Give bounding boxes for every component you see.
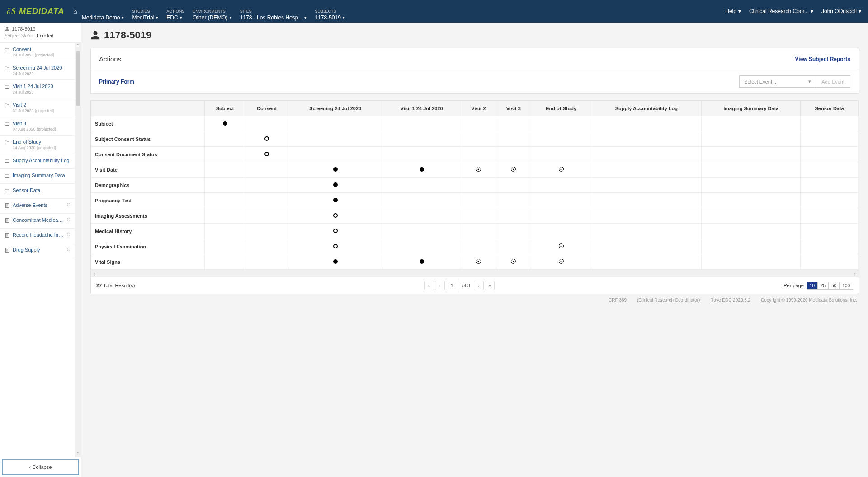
sidebar-item[interactable]: Consent24 Jul 2020 (projected)	[0, 43, 75, 61]
nav-actions-dropdown[interactable]: EDC▾	[166, 14, 184, 21]
grid-row-label[interactable]: Vital Signs	[91, 254, 205, 270]
sidebar-item[interactable]: Visit 1 24 Jul 202024 Jul 2020	[0, 80, 75, 98]
scrollbar-thumb[interactable]	[76, 51, 80, 106]
grid-column-header[interactable]: Subject	[205, 101, 245, 116]
grid-row-label[interactable]: Subject	[91, 116, 205, 131]
grid-cell[interactable]	[288, 254, 382, 270]
grid-cell[interactable]	[461, 162, 496, 178]
per-page-option[interactable]: 100	[839, 282, 853, 289]
grid-cell[interactable]	[496, 254, 531, 270]
user-dropdown[interactable]: John ODriscoll▾	[821, 8, 861, 14]
status-empty-icon[interactable]	[333, 244, 338, 248]
grid-cell[interactable]	[245, 147, 288, 162]
primary-form-link[interactable]: Primary Form	[99, 79, 134, 85]
page-first-button[interactable]: «	[424, 281, 434, 290]
grid-cell[interactable]	[288, 178, 382, 193]
grid-cell[interactable]	[288, 208, 382, 224]
grid-column-header[interactable]: Visit 1 24 Jul 2020	[382, 101, 461, 116]
grid-cell[interactable]	[288, 239, 382, 254]
sidebar-item[interactable]: Visit 307 Aug 2020 (projected)	[0, 117, 75, 136]
grid-row-label[interactable]: Pregnancy Test	[91, 193, 205, 208]
grid-row-label[interactable]: Subject Consent Status	[91, 131, 205, 147]
grid-cell[interactable]	[531, 162, 591, 178]
status-target-icon[interactable]	[559, 243, 564, 248]
sidebar-item[interactable]: Visit 231 Jul 2020 (projected)	[0, 98, 75, 117]
sidebar-item[interactable]: Concomitant MedicationC	[0, 214, 75, 229]
grid-cell[interactable]	[205, 116, 245, 131]
collapse-button[interactable]: Collapse	[2, 459, 79, 475]
nav-sites-dropdown[interactable]: 1178 - Los Robles Hosp...▾	[240, 14, 307, 21]
grid-column-header[interactable]: Supply Accountability Log	[591, 101, 702, 116]
grid-column-header[interactable]: Consent	[245, 101, 288, 116]
grid-row-label[interactable]: Imaging Assessments	[91, 208, 205, 224]
grid-cell[interactable]	[288, 224, 382, 239]
nav-home-dropdown[interactable]: Medidata Demo▾	[82, 14, 124, 21]
role-dropdown[interactable]: Clinical Research Coor...▾	[749, 8, 813, 14]
grid-column-header[interactable]: End of Study	[531, 101, 591, 116]
sidebar-item[interactable]: Imaging Summary Data	[0, 169, 75, 184]
status-target-icon[interactable]	[559, 167, 564, 172]
sidebar-item[interactable]: Drug SupplyC	[0, 243, 75, 258]
sidebar-item[interactable]: Adverse EventsC	[0, 199, 75, 214]
grid-cell[interactable]	[496, 162, 531, 178]
status-empty-icon[interactable]	[333, 213, 338, 218]
help-dropdown[interactable]: Help▾	[725, 8, 741, 14]
nav-studies-dropdown[interactable]: MediTrial▾	[132, 14, 158, 21]
grid-column-header[interactable]	[91, 101, 205, 116]
per-page-option[interactable]: 50	[828, 282, 839, 289]
scroll-up-icon[interactable]: ˄	[75, 42, 81, 49]
status-filled-icon[interactable]	[333, 259, 338, 264]
status-target-icon[interactable]	[511, 167, 516, 172]
scroll-down-icon[interactable]: ˅	[75, 451, 81, 457]
status-empty-icon[interactable]	[264, 136, 269, 141]
page-prev-button[interactable]: ‹	[435, 281, 445, 290]
sidebar-item[interactable]: Supply Accountability Log	[0, 154, 75, 169]
grid-column-header[interactable]: Imaging Summary Data	[702, 101, 801, 116]
status-empty-icon[interactable]	[264, 152, 269, 156]
sidebar-item[interactable]: Sensor Data	[0, 184, 75, 199]
status-filled-icon[interactable]	[420, 167, 424, 172]
page-last-button[interactable]: »	[485, 281, 495, 290]
grid-row-label[interactable]: Visit Date	[91, 162, 205, 178]
grid-column-header[interactable]: Screening 24 Jul 2020	[288, 101, 382, 116]
status-empty-icon[interactable]	[333, 229, 338, 233]
status-target-icon[interactable]	[476, 167, 481, 172]
per-page-option[interactable]: 10	[807, 282, 817, 289]
page-next-button[interactable]: ›	[474, 281, 484, 290]
grid-row-label[interactable]: Consent Document Status	[91, 147, 205, 162]
scroll-left-icon[interactable]: ‹	[91, 270, 98, 277]
status-target-icon[interactable]	[476, 259, 481, 264]
status-filled-icon[interactable]	[333, 167, 338, 172]
status-target-icon[interactable]	[511, 259, 516, 264]
view-subject-reports-link[interactable]: View Subject Reports	[795, 56, 850, 62]
grid-column-header[interactable]: Visit 2	[461, 101, 496, 116]
sidebar-item[interactable]: Screening 24 Jul 202024 Jul 2020	[0, 61, 75, 80]
grid-column-header[interactable]: Visit 3	[496, 101, 531, 116]
grid-row-label[interactable]: Demographics	[91, 178, 205, 193]
sidebar-item[interactable]: Record Headache InformationC	[0, 229, 75, 243]
scroll-right-icon[interactable]: ›	[851, 270, 859, 277]
add-event-button[interactable]: Add Event	[816, 75, 850, 88]
grid-cell[interactable]	[531, 239, 591, 254]
grid-row-label[interactable]: Medical History	[91, 224, 205, 239]
status-filled-icon[interactable]	[333, 182, 338, 187]
nav-subjects-dropdown[interactable]: 1178-5019▾	[315, 14, 344, 21]
grid-horizontal-scrollbar[interactable]: ‹ ›	[91, 270, 859, 277]
sidebar-item[interactable]: End of Study14 Aug 2020 (projected)	[0, 136, 75, 154]
grid-cell[interactable]	[531, 254, 591, 270]
sidebar-scrollbar[interactable]: ˄ ˅	[75, 42, 81, 457]
page-input[interactable]	[446, 281, 458, 290]
status-filled-icon[interactable]	[333, 198, 338, 202]
grid-cell[interactable]	[288, 162, 382, 178]
grid-row-label[interactable]: Physical Examination	[91, 239, 205, 254]
grid-cell[interactable]	[382, 162, 461, 178]
home-icon[interactable]: ⌂	[73, 8, 77, 15]
grid-cell[interactable]	[245, 131, 288, 147]
grid-cell[interactable]	[461, 254, 496, 270]
status-filled-icon[interactable]	[420, 259, 424, 264]
per-page-option[interactable]: 25	[817, 282, 828, 289]
grid-cell[interactable]	[288, 193, 382, 208]
nav-env-dropdown[interactable]: Other (DEMO)▾	[193, 14, 231, 21]
status-filled-icon[interactable]	[223, 121, 227, 126]
select-event-dropdown[interactable]: Select Event... ▾	[739, 75, 816, 88]
